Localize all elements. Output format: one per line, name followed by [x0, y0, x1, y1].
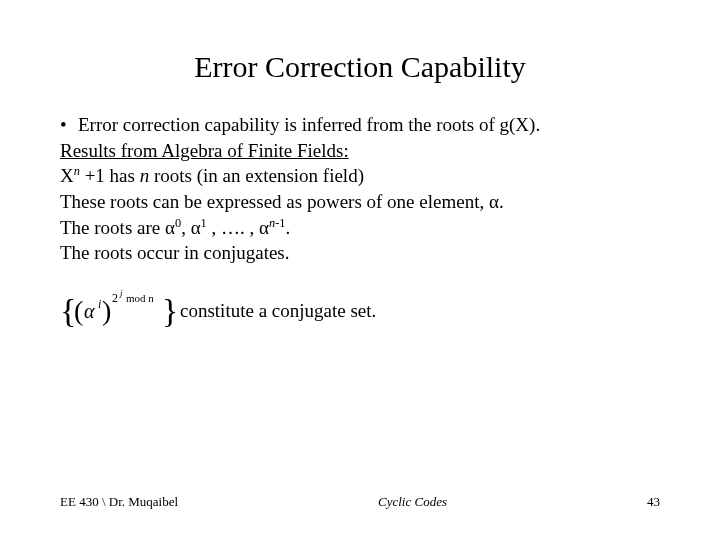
sup-nm1: n-1 [269, 215, 285, 229]
svg-text:i: i [98, 297, 101, 311]
svg-text:(: ( [74, 295, 83, 326]
svg-text:2: 2 [112, 291, 118, 305]
xn-line: Xn +1 has n roots (in an extension field… [60, 163, 660, 189]
bullet-text: Error correction capability is inferred … [78, 112, 540, 138]
xn-pre: X [60, 165, 74, 186]
svg-text:α: α [84, 300, 95, 322]
comma-1: , [181, 217, 191, 238]
xn-n: n [140, 165, 150, 186]
svg-text:): ) [102, 295, 111, 326]
powers-line: These roots can be expressed as powers o… [60, 189, 660, 215]
results-line: Results from Algebra of Finite Fields: [60, 138, 660, 164]
equation-svg: { ( α i ) 2 j mod n } [60, 286, 180, 336]
powers-pre: These roots can be expressed as powers o… [60, 191, 489, 212]
footer-center: Cyclic Codes [378, 494, 447, 510]
results-text: Results from Algebra of Finite Fields: [60, 140, 349, 161]
alpha-3: α [191, 217, 201, 238]
conjugates-line: The roots occur in conjugates. [60, 240, 660, 266]
slide-title: Error Correction Capability [60, 50, 660, 84]
roots-line: The roots are α0, α1 , …. , αn-1. [60, 215, 660, 241]
svg-text:mod n: mod n [126, 292, 154, 304]
equation-text: constitute a conjugate set. [180, 298, 376, 324]
alpha-2: α [165, 217, 175, 238]
footer: EE 430 \ Dr. Muqaibel Cyclic Codes 43 [0, 494, 720, 510]
roots-pre: The roots are [60, 217, 165, 238]
period-1: . [499, 191, 504, 212]
footer-right: 43 [647, 494, 660, 510]
xn-tail: roots (in an extension field) [149, 165, 364, 186]
svg-text:}: } [162, 292, 178, 329]
alpha-1: α [489, 191, 499, 212]
alpha-4: α [259, 217, 269, 238]
slide-body: • Error correction capability is inferre… [60, 112, 660, 336]
sup-tail: -1 [275, 215, 285, 229]
period-2: . [285, 217, 290, 238]
dots: , …. , [207, 217, 259, 238]
footer-left: EE 430 \ Dr. Muqaibel [60, 494, 178, 510]
bullet-mark: • [60, 112, 78, 138]
xn-post: +1 has [80, 165, 140, 186]
equation-block: { ( α i ) 2 j mod n } constitute a conju… [60, 286, 660, 336]
svg-text:j: j [119, 288, 123, 298]
bullet-item: • Error correction capability is inferre… [60, 112, 660, 138]
